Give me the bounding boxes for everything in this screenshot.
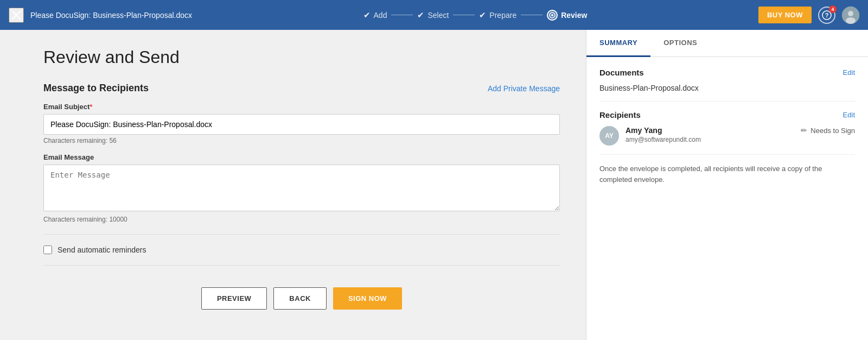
tab-summary[interactable]: SUMMARY [586, 30, 650, 57]
recipient-info: Amy Yang amy@softwarepundit.com [626, 126, 794, 143]
message-section-title: Message to Recipients [43, 83, 149, 94]
svg-point-8 [846, 17, 856, 24]
check-icon-add: ✔ [363, 10, 371, 20]
divider-2 [43, 265, 560, 266]
main-layout: Review and Send Message to Recipients Ad… [0, 30, 868, 340]
nav-steps: ✔ Add ✔ Select ✔ Prepare Review [192, 10, 758, 21]
step-review: Review [547, 10, 587, 21]
step-divider-3 [521, 15, 542, 15]
documents-title: Documents [599, 68, 644, 77]
buy-now-button[interactable]: BUY NOW [758, 7, 812, 23]
divider-1 [43, 234, 560, 235]
panel-divider-2 [599, 154, 855, 155]
recipient-email: amy@softwarepundit.com [626, 136, 794, 143]
documents-section-header: Documents Edit [599, 68, 855, 77]
check-icon-prepare: ✔ [479, 10, 486, 20]
recipient-action: ✏ Needs to Sign [801, 126, 855, 135]
tab-options[interactable]: OPTIONS [650, 30, 710, 57]
required-indicator: * [90, 103, 92, 111]
svg-point-3 [551, 14, 553, 16]
review-icon [547, 10, 558, 21]
envelope-note: Once the envelope is completed, all reci… [599, 163, 855, 185]
message-chars-remaining: Characters remaining: 10000 [43, 216, 560, 223]
document-name: Business-Plan-Proposal.docx [599, 84, 855, 92]
top-nav: Please DocuSign: Business-Plan-Proposal.… [0, 0, 868, 30]
action-buttons: PREVIEW BACK SIGN NOW [43, 287, 560, 310]
step-add: ✔ Add [363, 10, 387, 20]
nav-right: BUY NOW ? 4 [758, 7, 859, 24]
close-button[interactable] [9, 8, 24, 23]
step-add-label: Add [374, 11, 387, 20]
right-panel: SUMMARY OPTIONS Documents Edit Business-… [586, 30, 868, 340]
check-icon-select: ✔ [417, 10, 424, 20]
help-icon[interactable]: ? 4 [818, 7, 835, 24]
panel-body: Documents Edit Business-Plan-Proposal.do… [586, 57, 868, 340]
svg-text:?: ? [825, 12, 829, 18]
step-select-label: Select [427, 11, 449, 20]
step-select: ✔ Select [417, 10, 449, 20]
step-review-label: Review [561, 11, 587, 20]
message-section-header: Message to Recipients Add Private Messag… [43, 83, 560, 94]
email-message-input[interactable] [43, 165, 560, 211]
pencil-icon: ✏ [801, 126, 807, 135]
step-prepare-label: Prepare [489, 11, 516, 20]
reminders-checkbox[interactable] [43, 245, 52, 254]
left-content: Review and Send Message to Recipients Ad… [0, 30, 586, 340]
panel-divider-1 [599, 101, 855, 102]
step-divider-1 [391, 15, 413, 15]
step-divider-2 [453, 15, 475, 15]
documents-edit-link[interactable]: Edit [843, 68, 855, 77]
recipients-title: Recipients [599, 110, 641, 119]
email-subject-input[interactable] [43, 114, 560, 135]
add-private-message-link[interactable]: Add Private Message [488, 84, 560, 93]
email-message-label: Email Message [43, 153, 560, 161]
recipient-name: Amy Yang [626, 126, 794, 135]
recipient-row: AY Amy Yang amy@softwarepundit.com ✏ Nee… [599, 126, 855, 146]
page-title: Review and Send [43, 47, 560, 67]
email-subject-label: Email Subject* [43, 103, 560, 111]
subject-chars-remaining: Characters remaining: 56 [43, 137, 560, 144]
preview-button[interactable]: PREVIEW [201, 287, 267, 310]
panel-tabs: SUMMARY OPTIONS [586, 30, 868, 57]
user-avatar[interactable] [842, 7, 859, 24]
reminders-row: Send automatic reminders [43, 245, 560, 254]
step-prepare: ✔ Prepare [479, 10, 516, 20]
nav-title: Please DocuSign: Business-Plan-Proposal.… [30, 11, 192, 20]
recipient-avatar: AY [599, 126, 619, 146]
svg-point-7 [848, 11, 853, 16]
recipient-action-label: Needs to Sign [810, 127, 855, 135]
help-badge: 4 [829, 5, 837, 13]
sign-now-button[interactable]: SIGN NOW [333, 287, 402, 310]
recipients-edit-link[interactable]: Edit [843, 111, 855, 119]
back-button[interactable]: BACK [273, 287, 327, 310]
recipients-section-header: Recipients Edit [599, 110, 855, 119]
reminders-label[interactable]: Send automatic reminders [58, 245, 146, 254]
